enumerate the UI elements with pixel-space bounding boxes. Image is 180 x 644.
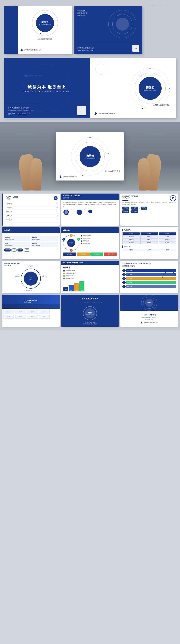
tag-2: SaaS	[11, 248, 17, 252]
hex-2	[70, 210, 76, 215]
bc-slogan-cn: 诚信为本·服务至上	[82, 298, 98, 300]
feature-4: 数据分析 多维度报表分析	[31, 242, 58, 247]
cc-title-en: CUSTOMER CASE	[24, 300, 38, 301]
pages-grid-row4: CUSTOMER CASE 客户案例 客户A 客户B 客户C 客户D 客户E 客…	[2, 294, 178, 327]
arch-box-2: 质量管控	[122, 238, 140, 241]
customer-case-top: CUSTOMER CASE 客户案例	[2, 294, 60, 309]
ss-dot-4	[63, 278, 65, 280]
contents-title-cn: 目录	[6, 198, 19, 200]
page-back-cover: 诚信为本·服务至上 Honesty is the foundation, Ser…	[61, 294, 119, 327]
bc-slogan-en: Honesty is the foundation, Service first	[76, 302, 104, 303]
spread-right-panel: 梅施云 MEISHI CLOUD 工业SaaS软件服务 苏州梅施信息科技有限公司	[90, 58, 176, 118]
cd-dot-2: 实	[77, 238, 80, 241]
adv-3: 易扩展	[159, 249, 176, 251]
cover-circle-outer: 梅施云 MEISHI CLOUD	[32, 10, 58, 36]
flow-item-1: 需求分析	[122, 206, 129, 210]
held-brand-cn: 梅施云	[86, 154, 94, 158]
flow-arrow-3: ›	[130, 210, 131, 213]
contents-num-3: 3	[56, 210, 58, 213]
solution-header: SOLUTION COMBINATION	[61, 261, 119, 265]
arch-box-blue-3: 基础层	[159, 232, 176, 235]
company-title-en: COMPANY PROFILE	[63, 195, 117, 197]
pc-sat-4: 数据分析	[15, 276, 20, 277]
flow-item-5: 售后维护	[131, 210, 138, 213]
tag-row-1: 云端部署 SaaS 移动端 API接口	[4, 248, 58, 252]
product-detail-content: 产品架构 应用层 生产管理 质量管控 库存管理 平台层 数据中台 业务引擎 集成…	[120, 227, 178, 253]
stair-4: 定制	[79, 282, 85, 292]
final-phone: 0512-63612796	[145, 319, 153, 320]
back-cover-circle: 梅施云 MEISHI CLOUD	[83, 306, 97, 320]
customer-logos: 客户A 客户B 客户C 客户D 客户E 客户F 客户G 客户H	[2, 309, 60, 320]
feature-title-2: 质量管控	[32, 237, 57, 239]
spread-company-info: 苏州梅施信息科技有限公司 Suzhou Meishi Information T…	[8, 106, 33, 115]
cover-left: 梅施云 MEISHI CLOUD 工业SaaS软件服务 苏州梅施信息科技有限公司	[4, 6, 72, 54]
feature-desc-1: 实时监控生产进度	[5, 239, 30, 240]
cover-subtitle: 工业SaaS软件服务	[37, 38, 53, 40]
brochure-logo-held: 苏州梅施信息科技有限公司	[59, 175, 77, 178]
std-service-en: STANDARDIZED SERVICE PROCESS	[122, 262, 176, 264]
final-logo-text: 苏州梅施信息科技有限公司	[144, 322, 158, 323]
hex-5	[88, 210, 92, 214]
color-tags: 咨询规划 系统实施 培训支持 运维管理	[63, 252, 117, 256]
spread-service-label: 服务热线	[8, 113, 15, 115]
flow-arrow-1: ›	[130, 207, 131, 209]
brochure-held: 梅施云 MEISHI CLOUD 工业SaaS软件服务 苏州梅施信息科技有限公司	[56, 132, 124, 180]
final-company: 苏州梅施信息科技有限公司	[142, 317, 156, 318]
page-std-service: STANDARDIZED SERVICE PROCESS 标准化服务流程 1 需…	[120, 261, 178, 293]
feature-desc-4: 多维度报表分析	[32, 245, 57, 246]
flow-arrow-2: ›	[139, 207, 140, 209]
pc-inner: 产品核心	[24, 272, 38, 286]
m-logo-spread	[94, 112, 97, 115]
city-silhouette	[2, 304, 60, 309]
spread-container: 诚信为本·服务至上 Honesty is the foundation, Ser…	[4, 58, 176, 118]
page-services: 服务内容 核心服务 咨 实 维 培	[61, 227, 119, 259]
page-product-detail: 产品架构 应用层 生产管理 质量管控 库存管理 平台层 数据中台 业务引擎 集成…	[120, 227, 178, 259]
ctag-4: 运维管理	[104, 252, 117, 256]
contents-item-3: 解决方案 3	[6, 210, 58, 214]
dot-top	[150, 68, 151, 69]
circle-dot-1	[45, 12, 46, 14]
cover-left-content: 梅施云 MEISHI CLOUD 工业SaaS软件服务	[20, 10, 70, 40]
m-logo-icon	[20, 48, 24, 52]
cover-right: 以诚信为本 以质量求生存 以服务至上 苏州梅施信息科技有限公司 服务热线 051…	[74, 6, 142, 54]
contents-label-5: 客户案例	[6, 219, 12, 221]
contents-body: CONTENTS 目录 公司简介 1 产品介绍 2 解决方案	[6, 196, 58, 222]
spread-company-name: 苏州梅施信息科技有限公司	[8, 106, 33, 109]
contents-item-2: 产品介绍 2	[6, 206, 58, 210]
solution-content: 解决方案 智能制造解决方案 供应链协同方案 质量管理方案	[61, 265, 119, 293]
adv-2: 低成本	[141, 249, 158, 251]
stair-diagram: 基础 进阶 高级 定制	[63, 282, 117, 292]
service-text-3: 培训与支持	[83, 240, 89, 242]
page-customer-case: CUSTOMER CASE 客户案例 客户A 客户B 客户C 客户D 客户E 客…	[2, 294, 60, 327]
cover-slogan: 以诚信为本 以质量求生存 以服务至上	[77, 10, 87, 17]
arch-box-6: 集成接口	[140, 241, 158, 244]
contents-label-4: 服务流程	[6, 215, 12, 217]
slogan-line2: 以质量求生存	[77, 12, 87, 14]
bhc-dot3	[83, 175, 84, 176]
brand-en-spread: MEISHI CLOUD	[144, 90, 156, 91]
final-circle-area: 梅施云	[141, 294, 157, 311]
stair-1: 基础	[63, 288, 68, 292]
customer-case-text-block: CUSTOMER CASE 客户案例	[24, 300, 38, 304]
watermark-2: 仙图 xianpic.com	[150, 4, 168, 7]
hex-3	[76, 210, 83, 215]
sp-num-1: 1	[122, 269, 126, 272]
cd-dot-4: 培	[62, 238, 65, 241]
company-body-text: 苏州梅施信息科技有限公司是一家专注于工业SaaS软件服务的高新技术企业，致力于为…	[63, 202, 117, 208]
features-grid: 生产管理 实时监控生产进度 质量管控 全流程质量追溯 供应链 智能采购管理 数据…	[4, 236, 58, 247]
contents-stripe	[2, 194, 3, 226]
dot-bottom	[142, 108, 143, 109]
pages-grid-row1: CONTENTS 目录 公司简介 1 产品介绍 2 解决方案	[2, 194, 178, 226]
customer-logo-1: 客户A	[3, 310, 14, 314]
contents-circle-icon	[54, 196, 58, 200]
arch-box-blue-1: 应用层	[122, 232, 140, 235]
arch-box-3: 库存管理	[122, 241, 140, 244]
service-label: 服务热线 0512-63612796	[77, 50, 94, 52]
product-title-en: PRODUCT TRADING	[122, 195, 138, 197]
product-body: 我们提供多种工业SaaS软件产品，涵盖生产管理、质量管理、供应链管理等多个领域，…	[122, 202, 176, 205]
bc-brand-cn: 梅施云	[88, 312, 92, 314]
ss-step-4: 数字化转型方案	[63, 278, 117, 280]
final-content: 梅施云 工业SaaS软件服务 苏州梅施信息科技有限公司 0512-6361279…	[120, 294, 178, 327]
hand-right	[124, 140, 160, 190]
final-blue-area: 梅施云	[120, 294, 178, 311]
